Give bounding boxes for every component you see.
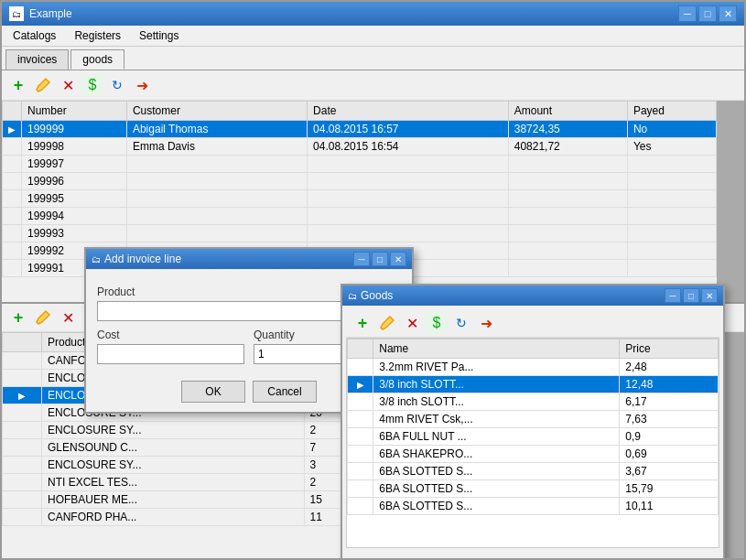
right-sidebar: [717, 101, 744, 302]
close-button[interactable]: ✕: [719, 5, 737, 22]
cell-name: 3/8 inch SLOTT...: [373, 393, 620, 411]
table-row[interactable]: ▶ 3/8 inch SLOTT... 12,48: [348, 376, 719, 393]
goods-export-button[interactable]: ➜: [475, 312, 497, 334]
cell-date: 04.08.2015 16:54: [308, 138, 509, 156]
cell-price: 7,63: [620, 411, 719, 428]
cell-customer: Emma Davis: [126, 138, 307, 156]
main-window: 🗂 Example ─ □ ✕ Catalogs Registers Setti…: [0, 0, 746, 560]
table-row[interactable]: 199995: [3, 190, 717, 208]
cell-price: 10,11: [620, 498, 719, 515]
goods-dialog: 🗂 Goods ─ □ ✕ + ✕: [341, 284, 725, 558]
minimize-button[interactable]: ─: [678, 5, 697, 22]
table-row[interactable]: 3.2mm RIVET Pa... 2,48: [348, 359, 719, 376]
row-indicator: [348, 428, 373, 446]
table-row[interactable]: 6BA SLOTTED S... 10,11: [348, 498, 719, 515]
settings-menu[interactable]: Settings: [132, 27, 186, 44]
bottom-edit-button[interactable]: [32, 307, 54, 328]
cell-price: 15,79: [620, 480, 719, 498]
row-indicator: [348, 498, 373, 515]
add-invoice-maximize[interactable]: □: [372, 252, 388, 266]
registers-menu[interactable]: Registers: [67, 27, 128, 44]
add-invoice-ok-button[interactable]: OK: [181, 381, 245, 403]
tab-bar: invoices goods: [2, 47, 744, 70]
goods-money-button[interactable]: $: [426, 312, 448, 334]
tab-invoices[interactable]: invoices: [5, 49, 69, 70]
goods-delete-button[interactable]: ✕: [401, 312, 423, 334]
tab-goods[interactable]: goods: [70, 49, 124, 70]
add-invoice-cancel-button[interactable]: Cancel: [253, 381, 317, 403]
cell-date: [308, 156, 509, 173]
cell-amount: 40821,72: [508, 138, 627, 156]
cell-price: 3,67: [620, 463, 719, 480]
cell-number: 199996: [22, 173, 127, 190]
col-number: Number: [22, 102, 127, 121]
goods-maximize[interactable]: □: [683, 288, 699, 303]
export-button[interactable]: ➜: [131, 74, 153, 96]
row-indicator: [348, 463, 373, 480]
cell-payed: [627, 260, 716, 277]
row-indicator: [3, 457, 42, 474]
row-indicator: ▶: [3, 387, 42, 404]
row-indicator: [3, 370, 42, 387]
bottom-delete-button[interactable]: ✕: [57, 307, 79, 328]
add-invoice-title-text: Add invoice line: [104, 253, 181, 265]
cell-customer: [126, 208, 307, 225]
row-indicator: [3, 225, 22, 242]
cell-amount: [508, 260, 627, 277]
maximize-button[interactable]: □: [698, 5, 717, 22]
cost-label: Cost: [97, 328, 244, 341]
table-row[interactable]: 3/8 inch SLOTT... 6,17: [348, 393, 719, 411]
table-row[interactable]: 199994: [3, 208, 717, 225]
delete-button[interactable]: ✕: [57, 74, 79, 96]
money-button[interactable]: $: [81, 74, 103, 96]
cell-payed: [627, 208, 716, 225]
cell-price: 6,17: [620, 393, 719, 411]
goods-minimize[interactable]: ─: [665, 288, 681, 303]
goods-toolbar: + ✕ $ ↻ ➜: [346, 309, 719, 338]
refresh-button[interactable]: ↻: [106, 74, 128, 96]
edit-button[interactable]: [32, 74, 54, 96]
goods-edit-button[interactable]: [376, 312, 398, 334]
cell-customer: [126, 156, 307, 173]
goods-title-bar: 🗂 Goods ─ □ ✕: [342, 285, 723, 306]
cell-date: [308, 173, 509, 190]
main-toolbar: + ✕ $ ↻ ➜: [2, 70, 744, 101]
main-content: Number Customer Date Amount Payed ▶ 1999…: [2, 101, 744, 558]
table-row[interactable]: 199993: [3, 225, 717, 242]
col-amount: Amount: [508, 102, 627, 121]
table-row[interactable]: 199998 Emma Davis 04.08.2015 16:54 40821…: [3, 138, 717, 156]
table-row[interactable]: 6BA SLOTTED S... 15,79: [348, 480, 719, 498]
table-row[interactable]: 6BA SHAKEPRO... 0,69: [348, 446, 719, 463]
add-invoice-minimize[interactable]: ─: [353, 252, 370, 266]
table-row[interactable]: 6BA SLOTTED S... 3,67: [348, 463, 719, 480]
window-title: Example: [29, 7, 72, 20]
goods-close[interactable]: ✕: [701, 288, 718, 303]
cell-number: 199994: [22, 208, 127, 225]
table-row[interactable]: ▶ 199999 Abigail Thomas 04.08.2015 16:57…: [3, 121, 717, 138]
goods-table: Name Price 3.2mm RIVET Pa... 2,48 ▶ 3/8 …: [347, 339, 719, 515]
table-row[interactable]: 199996: [3, 173, 717, 190]
cell-price: 2,48: [620, 359, 719, 376]
app-icon: 🗂: [9, 6, 24, 21]
catalogs-menu[interactable]: Catalogs: [5, 27, 63, 44]
bottom-add-button[interactable]: +: [7, 307, 29, 328]
cell-name: 6BA SLOTTED S...: [373, 463, 620, 480]
cell-amount: 38724,35: [508, 121, 627, 138]
goods-add-button[interactable]: +: [351, 312, 373, 334]
table-row[interactable]: 4mm RIVET Csk,... 7,63: [348, 411, 719, 428]
cell-product: HOFBAUER ME...: [41, 491, 304, 509]
row-indicator: ▶: [3, 121, 22, 138]
add-button[interactable]: +: [7, 74, 29, 96]
table-row[interactable]: 6BA FULL NUT ... 0,9: [348, 428, 719, 446]
cell-price: 0,9: [620, 428, 719, 446]
table-row[interactable]: 199997: [3, 156, 717, 173]
cell-date: [308, 190, 509, 208]
goods-refresh-button[interactable]: ↻: [450, 312, 472, 334]
col-indicator: [3, 102, 22, 121]
add-invoice-close[interactable]: ✕: [390, 252, 406, 266]
cell-payed: [627, 225, 716, 242]
cell-payed: [627, 190, 716, 208]
row-indicator: [348, 359, 373, 376]
cost-input[interactable]: [97, 344, 244, 364]
cell-date: [308, 208, 509, 225]
